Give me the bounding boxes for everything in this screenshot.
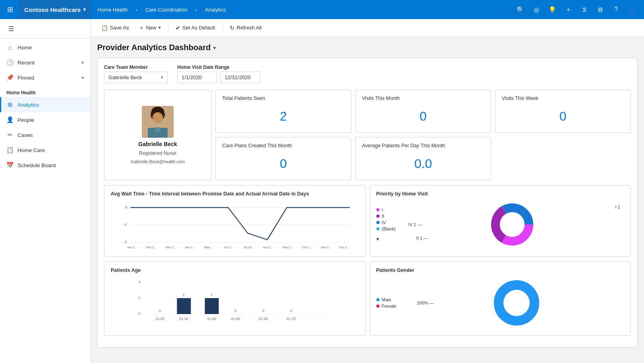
sidebar-item-cases[interactable]: ✏ Cases xyxy=(0,127,90,142)
care-team-select[interactable]: Gabrielle Beck ▾ xyxy=(104,72,168,83)
sidebar-item-pinned[interactable]: 📌 Pinned ▾ xyxy=(0,70,90,85)
apps-icon[interactable]: ⊞ xyxy=(5,3,16,16)
svg-text:May ...: May ... xyxy=(204,246,213,248)
date-range-label: Home Visit Date Range xyxy=(177,64,260,70)
avatar-image xyxy=(142,106,174,138)
legend-dot-II xyxy=(376,215,380,218)
priority-donut-container: I II IV xyxy=(376,201,624,248)
cases-icon: ✏ xyxy=(6,131,14,139)
sidebar-scheduleboard-label: Schedule Board xyxy=(18,162,56,168)
care-team-label: Care Team Member xyxy=(104,64,168,70)
sidebar-homecare-label: Home Care xyxy=(18,147,45,153)
age-chart-title: Patients Age xyxy=(111,267,359,273)
legend-item-male: Male xyxy=(376,297,404,302)
page-title-chevron-icon[interactable]: ▾ xyxy=(213,45,216,51)
nav-home-health[interactable]: Home Health xyxy=(94,5,131,14)
cmd-separator1 xyxy=(168,24,168,32)
set-default-label: Set As Default xyxy=(182,25,215,31)
priority-donut-svg xyxy=(488,201,536,248)
svg-text:11-20: 11-20 xyxy=(155,317,164,321)
sidebar-people-label: People xyxy=(18,117,34,123)
save-as-button[interactable]: 📋 Save As xyxy=(97,22,133,33)
nav-care-coordination[interactable]: Care Coordination xyxy=(142,5,191,14)
legend-label-blank: (Blank) xyxy=(382,226,396,231)
sidebar-item-homecare[interactable]: 📋 Home Care xyxy=(0,142,90,158)
gender-chart-title: Patients Gender xyxy=(376,267,624,273)
recent-icon: 🕐 xyxy=(6,59,14,66)
help-icon[interactable]: ? xyxy=(609,2,623,17)
svg-point-27 xyxy=(501,213,523,236)
target-icon[interactable]: ◎ xyxy=(529,2,544,17)
age-chart-card: Patients Age 4 2 0 xyxy=(104,262,366,336)
date-start-input[interactable]: 1/1/2020 xyxy=(177,72,217,83)
set-default-button[interactable]: ✔ Set As Default xyxy=(172,22,219,33)
svg-text:41-50: 41-50 xyxy=(231,317,240,321)
legend-label-II: II xyxy=(382,214,384,219)
right-panel: 📋 Save As ＋ New ▾ ✔ Set As Default ↻ Ref… xyxy=(91,19,644,363)
new-chevron-icon: ▾ xyxy=(159,25,161,30)
legend-label-female: Female xyxy=(382,304,397,308)
priority-donut-area: I 1 IV 1 — II 1 — xyxy=(400,201,624,248)
brand[interactable]: Contoso Healthcare ▾ xyxy=(19,0,91,19)
nav-analytics[interactable]: Analytics xyxy=(202,5,229,14)
refresh-label: Refresh All xyxy=(237,25,262,31)
svg-text:Nov 2...: Nov 2... xyxy=(321,246,331,248)
date-range-filter-group: Home Visit Date Range 1/1/2020 12/31/202… xyxy=(177,64,260,83)
brand-chevron[interactable]: ▾ xyxy=(83,7,86,12)
save-as-label: Save As xyxy=(110,25,129,31)
top-bar-icons: 🔍 ◎ 💡 ＋ ⧖ ⚙ ? 👤 xyxy=(513,2,639,17)
sidebar-item-recent[interactable]: 🕐 Recent ▾ xyxy=(0,55,90,70)
gender-donut-svg xyxy=(491,277,542,329)
charts-row-2: Patients Age 4 2 0 xyxy=(104,262,631,336)
date-range-inputs: 1/1/2020 12/31/2020 xyxy=(177,72,260,83)
filter-icon[interactable]: ⧖ xyxy=(577,2,591,17)
svg-text:Jan 2...: Jan 2... xyxy=(127,246,137,248)
svg-point-3 xyxy=(153,112,163,123)
stat-visits-month: Visits This Month 0 xyxy=(355,90,491,133)
sidebar-item-home[interactable]: ⌂ Home xyxy=(0,40,90,55)
care-team-chevron-icon: ▾ xyxy=(161,75,163,80)
avg-patients-label: Average Patients Per Day This Month xyxy=(362,143,484,148)
legend-item-IV: IV xyxy=(376,220,396,225)
svg-text:4: 4 xyxy=(138,280,140,284)
care-plans-value: 0 xyxy=(222,153,345,174)
svg-rect-36 xyxy=(177,298,191,314)
refresh-button[interactable]: ↻ Refresh All xyxy=(226,22,266,33)
legend-item-blank: (Blank) xyxy=(376,226,396,231)
main-content: Provider Analytics Dashboard ▾ Care Team… xyxy=(91,37,644,363)
new-button[interactable]: ＋ New ▾ xyxy=(135,22,165,34)
priority-chart-title: Priority by Home Visit xyxy=(376,191,624,197)
bulb-icon[interactable]: 💡 xyxy=(545,2,560,17)
legend-dot-female xyxy=(376,304,380,308)
sidebar-item-analytics[interactable]: ⊞ Analytics xyxy=(0,97,90,112)
nav-separator2: › xyxy=(192,5,200,14)
svg-text:Oct 2...: Oct 2... xyxy=(302,246,312,248)
sidebar: ☰ ⌂ Home 🕐 Recent ▾ 📌 Pinned ▾ Home Heal… xyxy=(0,19,91,363)
check-icon: ✔ xyxy=(176,25,180,31)
search-icon[interactable]: 🔍 xyxy=(513,2,528,17)
hamburger-icon[interactable]: ☰ xyxy=(5,22,18,35)
sidebar-item-people[interactable]: 👤 People xyxy=(0,112,90,127)
priority-chart-card: Priority by Home Visit I II xyxy=(370,185,631,257)
legend-dropdown-btn[interactable]: ▾ xyxy=(376,236,396,242)
care-plans-label: Care Plans Created This Month xyxy=(222,143,345,148)
sidebar-cases-label: Cases xyxy=(18,132,33,138)
sidebar-home-label: Home xyxy=(18,45,32,51)
settings-icon[interactable]: ⚙ xyxy=(593,2,607,17)
svg-rect-5 xyxy=(155,127,161,131)
svg-text:Jul 20...: Jul 20... xyxy=(243,246,254,248)
people-icon: 👤 xyxy=(6,116,14,123)
visits-month-value: 0 xyxy=(362,106,484,127)
add-icon[interactable]: ＋ xyxy=(561,2,575,17)
sidebar-item-scheduleboard[interactable]: 📅 Schedule Board xyxy=(0,158,90,173)
svg-text:61-70: 61-70 xyxy=(287,317,296,321)
stats-grid: Gabrielle Beck Registered Nurse Gabriell… xyxy=(104,90,631,180)
refresh-icon: ↻ xyxy=(230,25,235,31)
svg-text:-2: -2 xyxy=(123,240,127,244)
date-end-input[interactable]: 12/31/2020 xyxy=(220,72,260,83)
legend-item-I: I xyxy=(376,207,396,212)
user-icon[interactable]: 👤 xyxy=(625,2,639,17)
sidebar-nav: ⌂ Home 🕐 Recent ▾ 📌 Pinned ▾ Home Health… xyxy=(0,39,90,174)
total-patients-value: 2 xyxy=(222,106,345,127)
charts-row-1: Avg Wait Time - Time Interval between Pr… xyxy=(104,185,631,257)
